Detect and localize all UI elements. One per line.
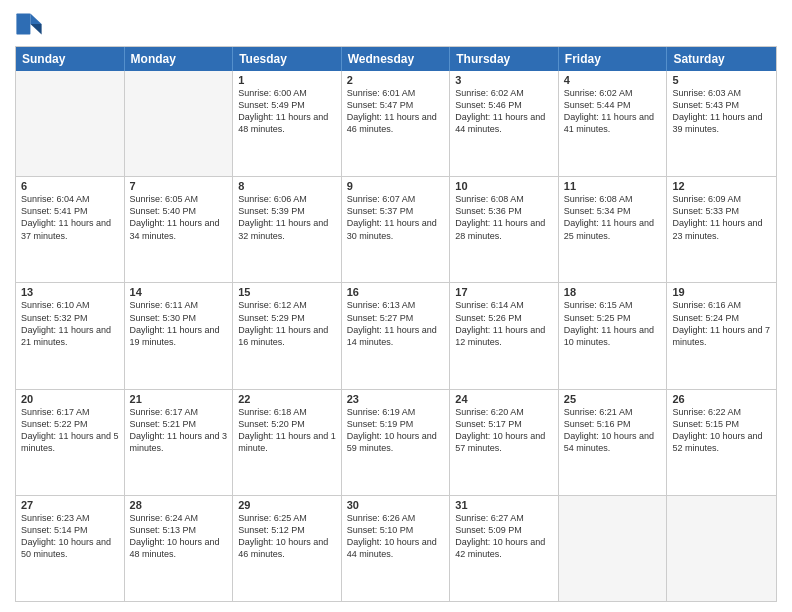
day-number-7: 7 xyxy=(130,180,228,192)
header-day-wednesday: Wednesday xyxy=(342,47,451,71)
day-number-21: 21 xyxy=(130,393,228,405)
day-info-19: Sunrise: 6:16 AMSunset: 5:24 PMDaylight:… xyxy=(672,299,771,348)
day-number-19: 19 xyxy=(672,286,771,298)
header-day-tuesday: Tuesday xyxy=(233,47,342,71)
day-info-12: Sunrise: 6:09 AMSunset: 5:33 PMDaylight:… xyxy=(672,193,771,242)
day-number-31: 31 xyxy=(455,499,553,511)
day-info-28: Sunrise: 6:24 AMSunset: 5:13 PMDaylight:… xyxy=(130,512,228,561)
day-number-30: 30 xyxy=(347,499,445,511)
day-cell-19: 19Sunrise: 6:16 AMSunset: 5:24 PMDayligh… xyxy=(667,283,776,388)
day-info-22: Sunrise: 6:18 AMSunset: 5:20 PMDaylight:… xyxy=(238,406,336,455)
day-info-4: Sunrise: 6:02 AMSunset: 5:44 PMDaylight:… xyxy=(564,87,662,136)
day-info-27: Sunrise: 6:23 AMSunset: 5:14 PMDaylight:… xyxy=(21,512,119,561)
svg-marker-1 xyxy=(30,24,41,35)
day-number-26: 26 xyxy=(672,393,771,405)
day-info-7: Sunrise: 6:05 AMSunset: 5:40 PMDaylight:… xyxy=(130,193,228,242)
day-cell-8: 8Sunrise: 6:06 AMSunset: 5:39 PMDaylight… xyxy=(233,177,342,282)
day-cell-12: 12Sunrise: 6:09 AMSunset: 5:33 PMDayligh… xyxy=(667,177,776,282)
day-cell-23: 23Sunrise: 6:19 AMSunset: 5:19 PMDayligh… xyxy=(342,390,451,495)
day-info-8: Sunrise: 6:06 AMSunset: 5:39 PMDaylight:… xyxy=(238,193,336,242)
day-cell-27: 27Sunrise: 6:23 AMSunset: 5:14 PMDayligh… xyxy=(16,496,125,601)
day-cell-9: 9Sunrise: 6:07 AMSunset: 5:37 PMDaylight… xyxy=(342,177,451,282)
day-cell-11: 11Sunrise: 6:08 AMSunset: 5:34 PMDayligh… xyxy=(559,177,668,282)
header-day-friday: Friday xyxy=(559,47,668,71)
day-number-20: 20 xyxy=(21,393,119,405)
logo xyxy=(15,10,47,38)
day-cell-18: 18Sunrise: 6:15 AMSunset: 5:25 PMDayligh… xyxy=(559,283,668,388)
day-cell-6: 6Sunrise: 6:04 AMSunset: 5:41 PMDaylight… xyxy=(16,177,125,282)
day-cell-20: 20Sunrise: 6:17 AMSunset: 5:22 PMDayligh… xyxy=(16,390,125,495)
day-cell-10: 10Sunrise: 6:08 AMSunset: 5:36 PMDayligh… xyxy=(450,177,559,282)
day-info-6: Sunrise: 6:04 AMSunset: 5:41 PMDaylight:… xyxy=(21,193,119,242)
day-info-23: Sunrise: 6:19 AMSunset: 5:19 PMDaylight:… xyxy=(347,406,445,455)
day-number-2: 2 xyxy=(347,74,445,86)
header xyxy=(15,10,777,38)
day-number-6: 6 xyxy=(21,180,119,192)
page: SundayMondayTuesdayWednesdayThursdayFrid… xyxy=(0,0,792,612)
day-info-26: Sunrise: 6:22 AMSunset: 5:15 PMDaylight:… xyxy=(672,406,771,455)
empty-cell-w4c5 xyxy=(559,496,668,601)
day-cell-15: 15Sunrise: 6:12 AMSunset: 5:29 PMDayligh… xyxy=(233,283,342,388)
calendar-body: 1Sunrise: 6:00 AMSunset: 5:49 PMDaylight… xyxy=(16,71,776,601)
day-info-15: Sunrise: 6:12 AMSunset: 5:29 PMDaylight:… xyxy=(238,299,336,348)
empty-cell-w4c6 xyxy=(667,496,776,601)
day-info-9: Sunrise: 6:07 AMSunset: 5:37 PMDaylight:… xyxy=(347,193,445,242)
day-number-23: 23 xyxy=(347,393,445,405)
day-number-17: 17 xyxy=(455,286,553,298)
day-number-12: 12 xyxy=(672,180,771,192)
day-number-1: 1 xyxy=(238,74,336,86)
day-cell-30: 30Sunrise: 6:26 AMSunset: 5:10 PMDayligh… xyxy=(342,496,451,601)
day-cell-25: 25Sunrise: 6:21 AMSunset: 5:16 PMDayligh… xyxy=(559,390,668,495)
day-cell-14: 14Sunrise: 6:11 AMSunset: 5:30 PMDayligh… xyxy=(125,283,234,388)
calendar-header: SundayMondayTuesdayWednesdayThursdayFrid… xyxy=(16,47,776,71)
day-info-2: Sunrise: 6:01 AMSunset: 5:47 PMDaylight:… xyxy=(347,87,445,136)
logo-icon xyxy=(15,10,43,38)
day-info-21: Sunrise: 6:17 AMSunset: 5:21 PMDaylight:… xyxy=(130,406,228,455)
day-info-10: Sunrise: 6:08 AMSunset: 5:36 PMDaylight:… xyxy=(455,193,553,242)
day-cell-2: 2Sunrise: 6:01 AMSunset: 5:47 PMDaylight… xyxy=(342,71,451,176)
header-day-monday: Monday xyxy=(125,47,234,71)
day-number-13: 13 xyxy=(21,286,119,298)
header-day-thursday: Thursday xyxy=(450,47,559,71)
day-info-31: Sunrise: 6:27 AMSunset: 5:09 PMDaylight:… xyxy=(455,512,553,561)
empty-cell-w0c0 xyxy=(16,71,125,176)
week-row-4: 20Sunrise: 6:17 AMSunset: 5:22 PMDayligh… xyxy=(16,389,776,495)
day-number-9: 9 xyxy=(347,180,445,192)
day-info-30: Sunrise: 6:26 AMSunset: 5:10 PMDaylight:… xyxy=(347,512,445,561)
day-cell-31: 31Sunrise: 6:27 AMSunset: 5:09 PMDayligh… xyxy=(450,496,559,601)
day-cell-21: 21Sunrise: 6:17 AMSunset: 5:21 PMDayligh… xyxy=(125,390,234,495)
day-cell-17: 17Sunrise: 6:14 AMSunset: 5:26 PMDayligh… xyxy=(450,283,559,388)
day-cell-28: 28Sunrise: 6:24 AMSunset: 5:13 PMDayligh… xyxy=(125,496,234,601)
day-cell-24: 24Sunrise: 6:20 AMSunset: 5:17 PMDayligh… xyxy=(450,390,559,495)
header-day-sunday: Sunday xyxy=(16,47,125,71)
day-info-29: Sunrise: 6:25 AMSunset: 5:12 PMDaylight:… xyxy=(238,512,336,561)
day-number-25: 25 xyxy=(564,393,662,405)
day-cell-1: 1Sunrise: 6:00 AMSunset: 5:49 PMDaylight… xyxy=(233,71,342,176)
day-info-13: Sunrise: 6:10 AMSunset: 5:32 PMDaylight:… xyxy=(21,299,119,348)
day-number-4: 4 xyxy=(564,74,662,86)
empty-cell-w0c1 xyxy=(125,71,234,176)
week-row-5: 27Sunrise: 6:23 AMSunset: 5:14 PMDayligh… xyxy=(16,495,776,601)
day-cell-5: 5Sunrise: 6:03 AMSunset: 5:43 PMDaylight… xyxy=(667,71,776,176)
day-cell-26: 26Sunrise: 6:22 AMSunset: 5:15 PMDayligh… xyxy=(667,390,776,495)
day-number-8: 8 xyxy=(238,180,336,192)
day-cell-16: 16Sunrise: 6:13 AMSunset: 5:27 PMDayligh… xyxy=(342,283,451,388)
day-number-22: 22 xyxy=(238,393,336,405)
day-number-15: 15 xyxy=(238,286,336,298)
day-cell-3: 3Sunrise: 6:02 AMSunset: 5:46 PMDaylight… xyxy=(450,71,559,176)
day-number-10: 10 xyxy=(455,180,553,192)
day-number-11: 11 xyxy=(564,180,662,192)
day-info-24: Sunrise: 6:20 AMSunset: 5:17 PMDaylight:… xyxy=(455,406,553,455)
svg-rect-2 xyxy=(16,14,30,35)
day-info-16: Sunrise: 6:13 AMSunset: 5:27 PMDaylight:… xyxy=(347,299,445,348)
day-cell-22: 22Sunrise: 6:18 AMSunset: 5:20 PMDayligh… xyxy=(233,390,342,495)
week-row-3: 13Sunrise: 6:10 AMSunset: 5:32 PMDayligh… xyxy=(16,282,776,388)
day-cell-7: 7Sunrise: 6:05 AMSunset: 5:40 PMDaylight… xyxy=(125,177,234,282)
week-row-1: 1Sunrise: 6:00 AMSunset: 5:49 PMDaylight… xyxy=(16,71,776,176)
day-info-1: Sunrise: 6:00 AMSunset: 5:49 PMDaylight:… xyxy=(238,87,336,136)
day-number-27: 27 xyxy=(21,499,119,511)
day-number-29: 29 xyxy=(238,499,336,511)
calendar: SundayMondayTuesdayWednesdayThursdayFrid… xyxy=(15,46,777,602)
day-cell-29: 29Sunrise: 6:25 AMSunset: 5:12 PMDayligh… xyxy=(233,496,342,601)
day-number-16: 16 xyxy=(347,286,445,298)
